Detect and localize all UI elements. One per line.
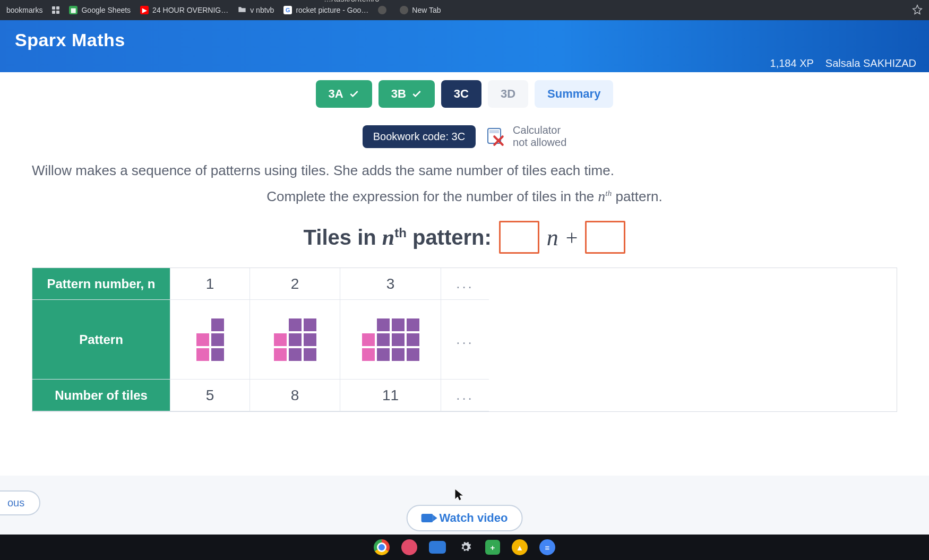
tab-label: Summary [547,87,600,101]
calc-line1: Calculator [513,124,561,136]
previous-button[interactable]: ous [0,490,40,515]
calc-line2: not allowed [513,136,566,148]
col-1-header: 1 [170,268,250,300]
tab-label: 3B [391,87,406,101]
bookwork-code-badge: Bookwork code: 3C [363,125,476,148]
bookmark-youtube[interactable]: ▶ 24 HOUR OVERNIG… [140,6,228,14]
watch-video-button[interactable]: Watch video [407,505,523,531]
drive-icon[interactable]: ▲ [512,539,528,555]
tiles-3: 11 [340,380,441,411]
video-icon [422,514,433,522]
app-icon[interactable] [401,539,417,555]
answer-box-coefficient[interactable] [499,221,539,254]
row-header-pattern: Pattern [32,300,170,380]
tiles-2: 8 [250,380,340,411]
pattern-dots: ... [441,300,489,380]
col-dots-header: ... [441,268,489,300]
app-title: Sparx Maths [15,30,125,50]
bookmarks-bar: bookmarks ▦ Google Sheets ▶ 24 HOUR OVER… [0,0,929,20]
tab-label: 3C [454,87,469,101]
check-icon [411,89,422,99]
site-icon [400,6,408,14]
question-line2-post: pattern. [612,188,662,204]
tab-summary[interactable]: Summary [535,80,613,108]
os-taskbar: + ▲ ≡ [0,535,929,560]
expr-pre: Tiles in [304,226,382,249]
bookmark-google-search[interactable]: G rocket picture - Goo… [283,6,368,14]
bookmark-label: 24 HOUR OVERNIG… [152,6,228,14]
bookmark-site[interactable] [378,6,390,14]
pattern-2 [250,300,340,380]
bookmark-google-sheets[interactable]: ▦ Google Sheets [69,6,131,14]
pattern-1 [170,300,250,380]
pattern-3 [340,300,441,380]
star-icon[interactable] [912,4,923,16]
bookmarks-label: bookmarks [6,6,42,14]
tab-label: 3D [501,87,515,101]
tiles-1: 5 [170,380,250,411]
app-icon[interactable] [429,541,446,554]
calculator-status: Calculator not allowed [487,124,566,149]
tab-3d[interactable]: 3D [488,80,528,108]
cursor-icon [454,488,464,502]
tab-3b[interactable]: 3B [379,80,435,108]
bookmark-label: v nbtvb [250,6,274,14]
apps-grid-icon[interactable] [52,6,59,14]
watch-video-label: Watch video [440,511,508,525]
folder-icon [238,6,246,15]
question-area: Bookwork code: 3C Calculator not allowed… [0,110,929,476]
check-icon [349,89,359,99]
sheets-icon: ▦ [69,6,78,14]
task-tabs: 3A 3B 3C 3D Summary [0,72,929,110]
tab-label: 3A [329,87,343,101]
question-line2-pre: Complete the expression for the number o… [266,188,598,204]
col-3-header: 3 [340,268,441,300]
col-2-header: 2 [250,268,340,300]
expr-plus: + [566,225,578,250]
question-meta: Bookwork code: 3C Calculator not allowed [32,124,897,149]
google-icon: G [283,6,292,14]
tab-3c[interactable]: 3C [441,80,481,108]
expression-row: Tiles in nth pattern: n + [32,221,897,254]
expr-post: pattern: [407,226,492,249]
user-area: 1,184 XP Salsala SAKHIZAD [770,57,916,70]
expression-label: Tiles in nth pattern: [304,225,492,250]
bookmark-folder[interactable]: v nbtvb [238,6,274,15]
tiles-dots: ... [441,380,489,411]
bookmark-label: New Tab [412,6,441,14]
youtube-icon: ▶ [140,6,149,14]
chrome-icon[interactable] [374,539,390,555]
settings-icon[interactable] [458,539,474,555]
app-header: Sparx Maths 1,184 XP Salsala SAKHIZAD [0,20,929,72]
row-header-pattern-number: Pattern number, n [32,268,170,300]
tab-3a[interactable]: 3A [316,80,372,108]
url-fragment: …/task/3/item/3 [324,0,380,3]
calculator-not-allowed-icon [487,127,506,146]
question-line1: Willow makes a sequence of patterns usin… [32,162,897,179]
user-name[interactable]: Salsala SAKHIZAD [825,57,916,70]
bookmark-new-tab[interactable]: New Tab [400,6,441,14]
expr-n: n [547,224,558,251]
app-icon[interactable]: ≡ [539,539,555,555]
xp-count: 1,184 XP [770,57,814,70]
bookmark-label: rocket picture - Goo… [296,6,368,14]
app-icon[interactable]: + [485,540,500,555]
answer-box-constant[interactable] [585,221,625,254]
bookmark-label: Google Sheets [81,6,131,14]
row-header-tile-count: Number of tiles [32,380,170,411]
site-icon [378,6,386,14]
pattern-table: Pattern number, n 1 2 3 ... Pattern [32,268,897,412]
question-line2: Complete the expression for the number o… [32,188,897,205]
